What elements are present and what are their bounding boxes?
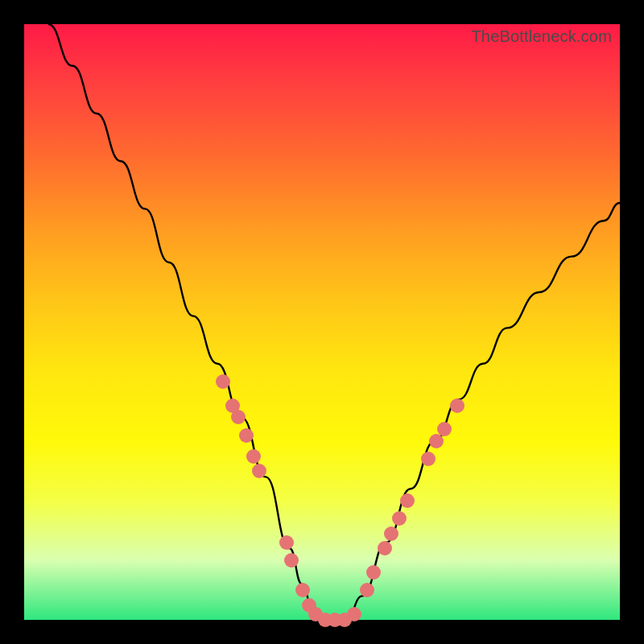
curve-marker <box>295 583 310 597</box>
curve-marker <box>239 428 254 443</box>
chart-frame: TheBottleneck.com <box>0 0 644 644</box>
curve-marker <box>450 398 464 413</box>
curve-marker <box>347 607 361 621</box>
curve-marker <box>400 493 415 508</box>
curve-marker <box>366 565 381 580</box>
curve-marker <box>437 422 452 436</box>
plot-area: TheBottleneck.com <box>24 24 620 620</box>
bottleneck-curve <box>24 24 620 620</box>
curve-marker <box>252 464 266 478</box>
curve-marker <box>392 511 407 526</box>
curve-marker <box>279 535 294 550</box>
curve-marker <box>231 410 246 424</box>
curve-marker <box>216 374 230 389</box>
curve-marker <box>284 553 299 568</box>
curve-marker <box>384 526 398 541</box>
curve-marker <box>421 452 436 466</box>
curve-marker <box>378 541 392 555</box>
curve-marker <box>246 449 261 464</box>
curve-marker <box>360 583 374 597</box>
